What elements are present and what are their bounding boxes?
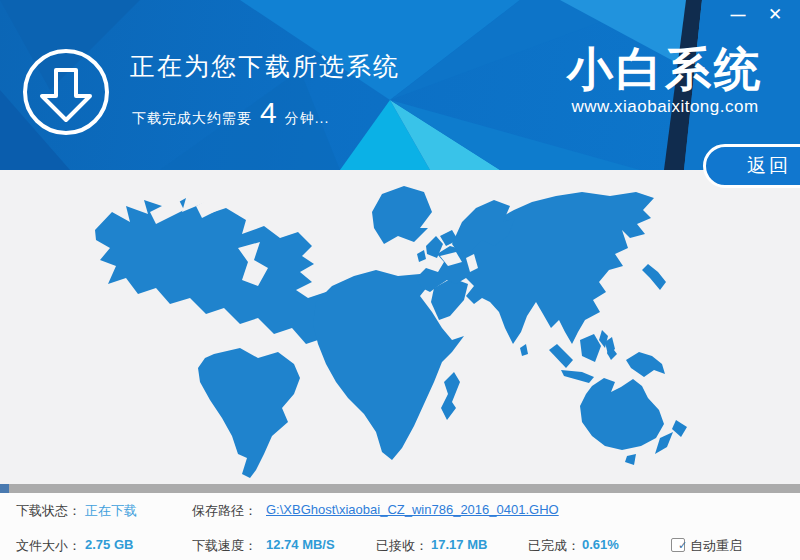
speed-value: 12.74 MB/S bbox=[266, 537, 335, 552]
page-title: 正在为您下载所选系统 bbox=[130, 50, 400, 83]
brand-logo: 小白系统 bbox=[567, 44, 763, 95]
progress-bar bbox=[0, 484, 800, 493]
eta-minutes: 4 bbox=[252, 96, 285, 130]
received-value: 17.17 MB bbox=[431, 537, 487, 552]
brand-block: 小白系统 www.xiaobaixitong.com bbox=[567, 44, 763, 117]
minimize-button[interactable]: — bbox=[725, 2, 751, 28]
auto-restart-label[interactable]: 自动重启 bbox=[690, 537, 742, 555]
header-banner: 正在为您下载所选系统 下载完成大约需要 4 分钟... 小白系统 www.xia… bbox=[0, 0, 800, 170]
speed-label: 下载速度： bbox=[192, 537, 257, 555]
brand-website: www.xiaobaixitong.com bbox=[567, 97, 763, 117]
world-map bbox=[0, 170, 800, 484]
completed-label: 已完成： bbox=[528, 537, 580, 555]
download-state-label: 下载状态： bbox=[16, 502, 81, 520]
save-path-label: 保存路径： bbox=[192, 502, 257, 520]
save-path-link[interactable]: G:\XBGhost\xiaobai_CZ_win786_2016_0401.G… bbox=[266, 502, 559, 517]
check-icon: ✓ bbox=[678, 539, 687, 551]
download-state-value: 正在下载 bbox=[85, 502, 137, 520]
status-panel: 下载状态： 正在下载 保存路径： G:\XBGhost\xiaobai_CZ_w… bbox=[0, 493, 800, 560]
completed-value: 0.61% bbox=[582, 537, 619, 552]
close-icon[interactable]: ✕ bbox=[762, 2, 788, 28]
progress-fill bbox=[0, 484, 9, 493]
eta-text: 下载完成大约需要 4 分钟... bbox=[132, 96, 329, 130]
auto-restart-checkbox[interactable]: ✓ bbox=[671, 538, 685, 552]
file-size-value: 2.75 GB bbox=[85, 537, 133, 552]
map-panel bbox=[0, 170, 800, 484]
received-label: 已接收： bbox=[376, 537, 428, 555]
eta-suffix: 分钟... bbox=[285, 110, 330, 128]
file-size-label: 文件大小： bbox=[16, 537, 81, 555]
download-icon bbox=[20, 46, 112, 138]
app-window: 正在为您下载所选系统 下载完成大约需要 4 分钟... 小白系统 www.xia… bbox=[0, 0, 800, 560]
eta-prefix: 下载完成大约需要 bbox=[132, 110, 252, 128]
back-button[interactable]: 返回 bbox=[703, 144, 800, 188]
